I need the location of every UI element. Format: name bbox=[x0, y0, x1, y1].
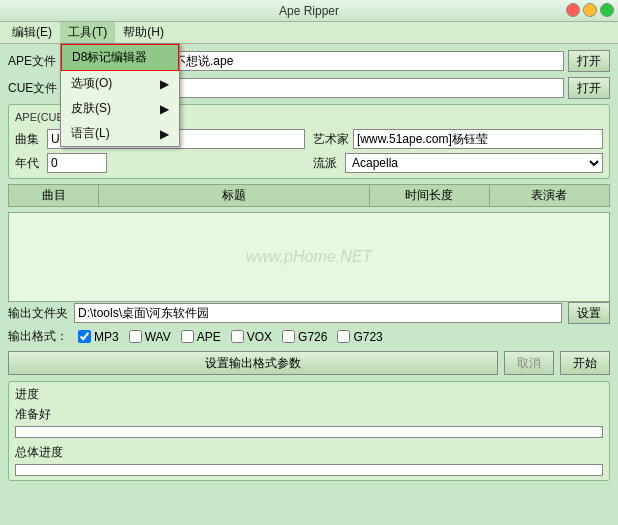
track-table-body: www.pHome.NET bbox=[8, 212, 610, 302]
menu-file[interactable]: 编辑(E) bbox=[4, 22, 60, 43]
g723-checkbox[interactable] bbox=[337, 330, 350, 343]
year-label: 年代 bbox=[15, 155, 43, 172]
output-settings-button[interactable]: 设置 bbox=[568, 302, 610, 324]
wav-checkbox[interactable] bbox=[129, 330, 142, 343]
col-title: 标题 bbox=[99, 185, 369, 207]
cue-file-label: CUE文件 bbox=[8, 80, 58, 97]
artist-row: 艺术家 bbox=[313, 129, 603, 149]
menu-help[interactable]: 帮助(H) bbox=[115, 22, 172, 43]
genre-row: 流派 Acapella Pop Rock bbox=[313, 153, 603, 173]
format-g723[interactable]: G723 bbox=[337, 330, 382, 344]
menu-cue-edit[interactable]: D8标记编辑器 bbox=[61, 44, 179, 71]
format-row: 输出格式： MP3 WAV APE VOX G726 bbox=[8, 328, 610, 345]
params-button[interactable]: 设置输出格式参数 bbox=[8, 351, 498, 375]
format-ape[interactable]: APE bbox=[181, 330, 221, 344]
mp3-checkbox[interactable] bbox=[78, 330, 91, 343]
format-vox[interactable]: VOX bbox=[231, 330, 272, 344]
skins-arrow: ▶ bbox=[160, 102, 169, 116]
genre-label: 流派 bbox=[313, 155, 341, 172]
total-progress-label: 总体进度 bbox=[15, 444, 603, 461]
menu-options[interactable]: 选项(O) ▶ bbox=[61, 71, 179, 96]
menu-language[interactable]: 语言(L) ▶ bbox=[61, 121, 179, 146]
g726-checkbox[interactable] bbox=[282, 330, 295, 343]
output-folder-label: 输出文件夹 bbox=[8, 305, 68, 322]
ape-file-name-input[interactable] bbox=[146, 51, 564, 71]
ape-checkbox[interactable] bbox=[181, 330, 194, 343]
watermark-text: www.pHome.NET bbox=[246, 248, 372, 266]
ape-file-label: APE文件 bbox=[8, 53, 58, 70]
genre-select[interactable]: Acapella Pop Rock bbox=[345, 153, 603, 173]
output-section: 输出文件夹 设置 输出格式： MP3 WAV APE VOX bbox=[8, 302, 610, 375]
menu-bar: 编辑(E) 工具(T) D8标记编辑器 选项(O) ▶ 皮肤(S) ▶ 语言(L… bbox=[0, 22, 618, 44]
col-performer: 表演者 bbox=[489, 185, 609, 207]
vox-checkbox[interactable] bbox=[231, 330, 244, 343]
cue-open-button[interactable]: 打开 bbox=[568, 77, 610, 99]
format-label: 输出格式： bbox=[8, 328, 68, 345]
ape-open-button[interactable]: 打开 bbox=[568, 50, 610, 72]
artist-label: 艺术家 bbox=[313, 131, 349, 148]
close-btn[interactable] bbox=[566, 3, 580, 17]
tools-dropdown: D8标记编辑器 选项(O) ▶ 皮肤(S) ▶ 语言(L) ▶ bbox=[60, 43, 180, 147]
artist-input[interactable] bbox=[353, 129, 603, 149]
menu-tools[interactable]: 工具(T) D8标记编辑器 选项(O) ▶ 皮肤(S) ▶ 语言(L) ▶ bbox=[60, 22, 115, 43]
title-bar: Ape Ripper bbox=[0, 0, 618, 22]
progress-status: 准备好 bbox=[15, 406, 603, 423]
year-input[interactable] bbox=[47, 153, 107, 173]
menu-skins[interactable]: 皮肤(S) ▶ bbox=[61, 96, 179, 121]
progress-bar-container bbox=[15, 426, 603, 438]
track-table: 曲目 标题 时间长度 表演者 bbox=[8, 184, 610, 207]
options-arrow: ▶ bbox=[160, 77, 169, 91]
year-row: 年代 bbox=[15, 153, 305, 173]
col-track: 曲目 bbox=[9, 185, 99, 207]
maximize-btn[interactable] bbox=[600, 3, 614, 17]
progress-label: 进度 bbox=[15, 386, 603, 403]
col-duration: 时间长度 bbox=[369, 185, 489, 207]
minimize-btn[interactable] bbox=[583, 3, 597, 17]
output-folder-row: 输出文件夹 设置 bbox=[8, 302, 610, 324]
window-title: Ape Ripper bbox=[279, 4, 339, 18]
format-mp3[interactable]: MP3 bbox=[78, 330, 119, 344]
album-label: 曲集 bbox=[15, 131, 43, 148]
language-arrow: ▶ bbox=[160, 127, 169, 141]
format-g726[interactable]: G726 bbox=[282, 330, 327, 344]
output-folder-input[interactable] bbox=[74, 303, 562, 323]
start-button[interactable]: 开始 bbox=[560, 351, 610, 375]
total-bar-container bbox=[15, 464, 603, 476]
cancel-button[interactable]: 取消 bbox=[504, 351, 554, 375]
window-controls bbox=[566, 3, 614, 17]
track-table-wrapper: 曲目 标题 时间长度 表演者 www.pHome.NET bbox=[8, 184, 610, 302]
progress-section: 进度 准备好 总体进度 bbox=[8, 381, 610, 481]
action-btn-row: 设置输出格式参数 取消 开始 bbox=[8, 351, 610, 375]
format-wav[interactable]: WAV bbox=[129, 330, 171, 344]
